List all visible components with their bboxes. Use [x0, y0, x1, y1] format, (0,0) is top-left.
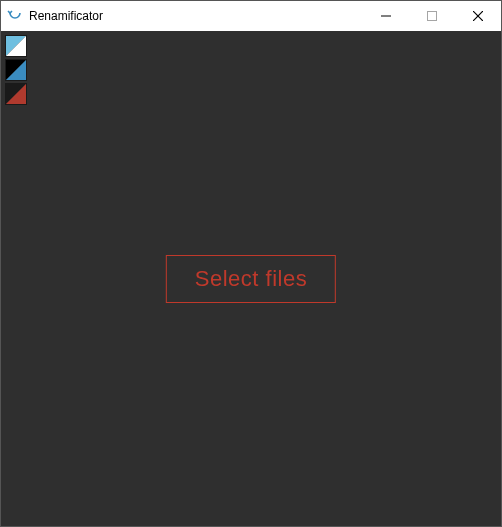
theme-swatch-3[interactable] — [5, 83, 27, 105]
close-button[interactable] — [455, 1, 501, 31]
svg-line-2 — [473, 11, 483, 21]
minimize-button[interactable] — [363, 1, 409, 31]
svg-rect-1 — [428, 12, 437, 21]
svg-line-3 — [473, 11, 483, 21]
app-window: Renamificator — [0, 0, 502, 527]
window-controls — [363, 1, 501, 31]
select-files-button[interactable]: Select files — [166, 255, 336, 303]
maximize-button[interactable] — [409, 1, 455, 31]
theme-swatch-1[interactable] — [5, 35, 27, 57]
app-content: Select files — [1, 31, 501, 526]
theme-swatch-2[interactable] — [5, 59, 27, 81]
app-icon — [7, 8, 23, 24]
theme-swatch-list — [5, 35, 27, 105]
window-title: Renamificator — [29, 9, 103, 23]
titlebar: Renamificator — [1, 1, 501, 31]
